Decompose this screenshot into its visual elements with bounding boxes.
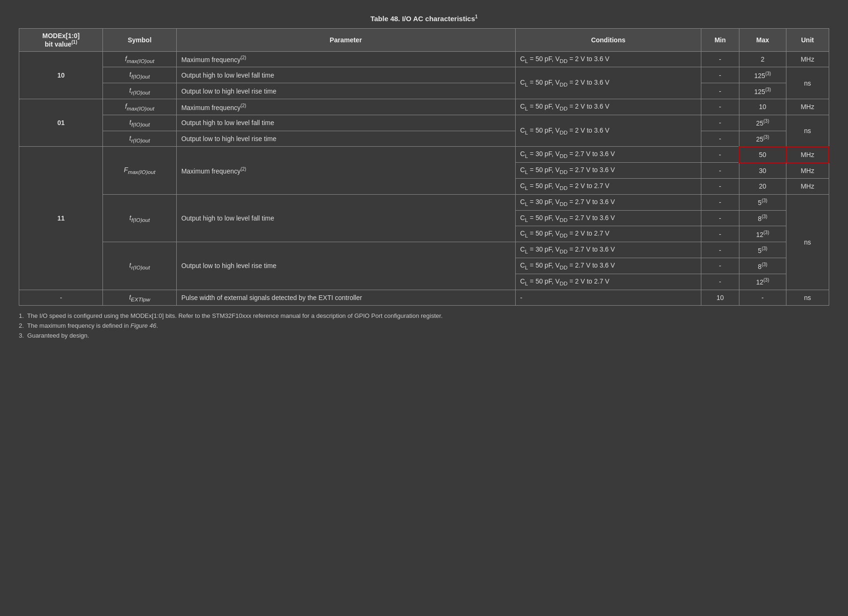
max-tf-11-3: 12(3) bbox=[739, 226, 786, 242]
symbol-fmax-01: fmax(IO)out bbox=[103, 99, 176, 115]
min-tr-10: - bbox=[701, 83, 739, 99]
unit-fmax-11-1: MHz bbox=[786, 147, 829, 163]
unit-fmax-10: MHz bbox=[786, 51, 829, 67]
table-row: 01 fmax(IO)out Maximum frequency(2) CL =… bbox=[19, 99, 829, 115]
min-pulse: 10 bbox=[701, 290, 739, 306]
cond-fmax-10: CL = 50 pF, VDD = 2 V to 3.6 V bbox=[515, 51, 701, 67]
table-row: 11 Fmax(IO)out Maximum frequency(2) CL =… bbox=[19, 147, 829, 163]
footnote-2: 2. The maximum frequency is defined in F… bbox=[19, 322, 829, 329]
group-11: 11 bbox=[19, 147, 103, 290]
unit-tf-10: ns bbox=[786, 67, 829, 99]
unit-fmax-11-2: MHz bbox=[786, 163, 829, 179]
group-10: 10 bbox=[19, 51, 103, 99]
table-row: 10 fmax(IO)out Maximum frequency(2) CL =… bbox=[19, 51, 829, 67]
table-row: tf(IO)out Output high to low level fall … bbox=[19, 194, 829, 210]
cond-fmax-11-1: CL = 30 pF, VDD = 2.7 V to 3.6 V bbox=[515, 147, 701, 163]
cond-tf-11-1: CL = 30 pF, VDD = 2.7 V to 3.6 V bbox=[515, 194, 701, 210]
footnote-1: 1. The I/O speed is configured using the… bbox=[19, 312, 829, 319]
main-table: MODEx[1:0]bit value(1) Symbol Parameter … bbox=[19, 28, 829, 306]
param-tr-11: Output low to high level rise time bbox=[176, 242, 515, 290]
max-fmax-10: 2 bbox=[739, 51, 786, 67]
cond-fmax-11-3: CL = 50 pF, VDD = 2 V to 2.7 V bbox=[515, 179, 701, 195]
min-fmax-11-2: - bbox=[701, 163, 739, 179]
param-tf-10: Output high to low level fall time bbox=[176, 67, 515, 83]
header-min: Min bbox=[701, 29, 739, 52]
header-mode: MODEx[1:0]bit value(1) bbox=[19, 29, 103, 52]
param-fmax-01: Maximum frequency(2) bbox=[176, 99, 515, 115]
symbol-pulse: tEXTIpw bbox=[103, 290, 176, 306]
min-tf-11-1: - bbox=[701, 194, 739, 210]
max-fmax-11-1: 50 bbox=[739, 147, 786, 163]
min-tr-11-1: - bbox=[701, 242, 739, 258]
max-tf-11-2: 8(3) bbox=[739, 210, 786, 226]
table-row: tr(IO)out Output low to high level rise … bbox=[19, 83, 829, 99]
max-tr-01: 25(3) bbox=[739, 131, 786, 147]
page-title: Table 48. I/O AC characteristics1 bbox=[19, 14, 829, 23]
symbol-fmax-11: Fmax(IO)out bbox=[103, 147, 176, 194]
max-tf-11-1: 5(3) bbox=[739, 194, 786, 210]
header-symbol: Symbol bbox=[103, 29, 176, 52]
unit-fmax-01: MHz bbox=[786, 99, 829, 115]
cond-tr-11-2: CL = 50 pF, VDD = 2.7 V to 3.6 V bbox=[515, 258, 701, 274]
cond-tf-01: CL = 50 pF, VDD = 2 V to 3.6 V bbox=[515, 115, 701, 147]
min-tf-11-3: - bbox=[701, 226, 739, 242]
cond-fmax-11-2: CL = 50 pF, VDD = 2.7 V to 3.6 V bbox=[515, 163, 701, 179]
symbol-tr-01: tr(IO)out bbox=[103, 131, 176, 147]
max-fmax-11-2: 30 bbox=[739, 163, 786, 179]
table-row: tf(IO)out Output high to low level fall … bbox=[19, 115, 829, 131]
unit-pulse: ns bbox=[786, 290, 829, 306]
param-tf-11: Output high to low level fall time bbox=[176, 194, 515, 242]
footnotes: 1. The I/O speed is configured using the… bbox=[19, 312, 829, 339]
min-fmax-11-3: - bbox=[701, 179, 739, 195]
symbol-tr-11: tr(IO)out bbox=[103, 242, 176, 290]
unit-tf-11: ns bbox=[786, 194, 829, 290]
min-fmax-01: - bbox=[701, 99, 739, 115]
max-fmax-01: 10 bbox=[739, 99, 786, 115]
max-fmax-11-3: 20 bbox=[739, 179, 786, 195]
min-tf-10: - bbox=[701, 67, 739, 83]
cond-tf-11-3: CL = 50 pF, VDD = 2 V to 2.7 V bbox=[515, 226, 701, 242]
max-tr-11-3: 12(3) bbox=[739, 274, 786, 290]
max-tf-10: 125(3) bbox=[739, 67, 786, 83]
table-row: tr(IO)out Output low to high level rise … bbox=[19, 131, 829, 147]
max-tr-11-2: 8(3) bbox=[739, 258, 786, 274]
group-01: 01 bbox=[19, 99, 103, 147]
symbol-tf-10: tf(IO)out bbox=[103, 67, 176, 83]
group-pulse: - bbox=[19, 290, 103, 306]
min-fmax-10: - bbox=[701, 51, 739, 67]
param-tr-10: Output low to high level rise time bbox=[176, 83, 515, 99]
header-conditions: Conditions bbox=[515, 29, 701, 52]
cond-tf-11-2: CL = 50 pF, VDD = 2.7 V to 3.6 V bbox=[515, 210, 701, 226]
table-row: tr(IO)out Output low to high level rise … bbox=[19, 242, 829, 258]
cond-tr-11-1: CL = 30 pF, VDD = 2.7 V to 3.6 V bbox=[515, 242, 701, 258]
table-row: - tEXTIpw Pulse width of external signal… bbox=[19, 290, 829, 306]
min-tr-01: - bbox=[701, 131, 739, 147]
table-row: tf(IO)out Output high to low level fall … bbox=[19, 67, 829, 83]
symbol-tf-11: tf(IO)out bbox=[103, 194, 176, 242]
symbol-tf-01: tf(IO)out bbox=[103, 115, 176, 131]
min-tr-11-3: - bbox=[701, 274, 739, 290]
max-pulse: - bbox=[739, 290, 786, 306]
param-pulse: Pulse width of external signals detected… bbox=[176, 290, 515, 306]
max-tf-01: 25(3) bbox=[739, 115, 786, 131]
symbol-tr-10: tr(IO)out bbox=[103, 83, 176, 99]
min-tr-11-2: - bbox=[701, 258, 739, 274]
min-tf-01: - bbox=[701, 115, 739, 131]
cond-pulse: - bbox=[515, 290, 701, 306]
param-fmax-11: Maximum frequency(2) bbox=[176, 147, 515, 194]
param-fmax-10: Maximum frequency(2) bbox=[176, 51, 515, 67]
symbol-fmax-10: fmax(IO)out bbox=[103, 51, 176, 67]
footnote-3: 3. Guaranteed by design. bbox=[19, 332, 829, 339]
cond-tr-11-3: CL = 50 pF, VDD = 2 V to 2.7 V bbox=[515, 274, 701, 290]
cond-fmax-01: CL = 50 pF, VDD = 2 V to 3.6 V bbox=[515, 99, 701, 115]
max-tr-10: 125(3) bbox=[739, 83, 786, 99]
min-tf-11-2: - bbox=[701, 210, 739, 226]
header-parameter: Parameter bbox=[176, 29, 515, 52]
param-tr-01: Output low to high level rise time bbox=[176, 131, 515, 147]
max-tr-11-1: 5(3) bbox=[739, 242, 786, 258]
param-tf-01: Output high to low level fall time bbox=[176, 115, 515, 131]
header-unit: Unit bbox=[786, 29, 829, 52]
unit-fmax-11-3: MHz bbox=[786, 179, 829, 195]
cond-tf-10: CL = 50 pF, VDD = 2 V to 3.6 V bbox=[515, 67, 701, 99]
header-max: Max bbox=[739, 29, 786, 52]
